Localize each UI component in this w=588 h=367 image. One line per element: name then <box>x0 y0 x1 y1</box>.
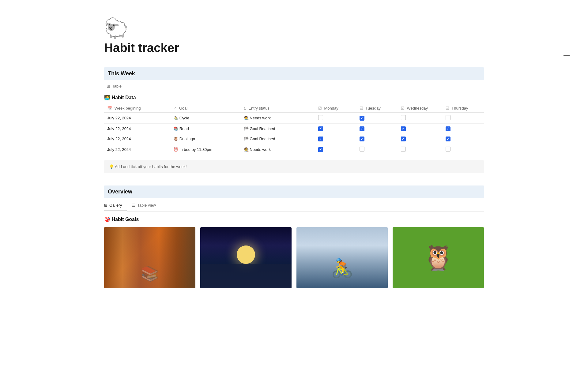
this-week-heading-bar: This Week <box>104 67 484 80</box>
overview-section: Overview ⊞ Gallery ☰ Table view 🎯 Habit … <box>104 185 484 288</box>
minimize-button[interactable]: — <box>564 55 570 56</box>
gallery-card-books[interactable] <box>104 227 195 288</box>
tip-text: 💡 Add and tick off your habits for the w… <box>109 164 187 169</box>
this-week-section: This Week ⊞ Table 🧑‍💻 Habit Data 📅 Week … <box>104 67 484 173</box>
gallery-label: Gallery <box>109 203 122 208</box>
cell-status-3: 🧑‍🎨 Needs work <box>241 144 315 155</box>
cell-thursday-0[interactable] <box>443 113 484 124</box>
col-header-thursday: ☑ Thursday <box>443 104 484 113</box>
cell-monday-2[interactable] <box>315 134 356 144</box>
gallery-card-cycling[interactable] <box>296 227 388 288</box>
col-header-wednesday: ☑ Wednesday <box>398 104 443 113</box>
tuesday-checkbox-2[interactable] <box>360 137 364 141</box>
thursday-checkbox-2[interactable] <box>446 137 450 141</box>
cell-status-2: 🏁 Goal Reached <box>241 134 315 144</box>
overview-heading: Overview <box>108 189 132 195</box>
cell-wednesday-3[interactable] <box>398 144 443 155</box>
cell-thursday-1[interactable] <box>443 124 484 134</box>
cell-thursday-2[interactable] <box>443 134 484 144</box>
cell-monday-3[interactable] <box>315 144 356 155</box>
monday-checkbox-3[interactable] <box>318 147 323 152</box>
thursday-checkbox-0[interactable] <box>446 115 450 120</box>
cell-tuesday-1[interactable] <box>356 124 398 134</box>
cell-tuesday-3[interactable] <box>356 144 398 155</box>
cell-date-0: July 22, 2024 <box>104 113 170 124</box>
wednesday-checkbox-1[interactable] <box>401 126 406 131</box>
habit-table: 📅 Week begining ↗ Goal Σ Entry status ☑ … <box>104 104 484 155</box>
cell-thursday-3[interactable] <box>443 144 484 155</box>
cell-monday-1[interactable] <box>315 124 356 134</box>
tab-gallery[interactable]: ⊞ Gallery <box>104 200 127 211</box>
cell-goal-2: 🦉 Duolingo <box>170 134 241 144</box>
gallery-icon: ⊞ <box>104 203 107 208</box>
monday-checkbox-1[interactable] <box>318 126 323 131</box>
cell-tuesday-0[interactable] <box>356 113 398 124</box>
col-header-status: Σ Entry status <box>241 104 315 113</box>
col-header-tuesday: ☑ Tuesday <box>356 104 398 113</box>
monday-checkbox-2[interactable] <box>318 137 323 141</box>
view-tabs: ⊞ Gallery ☰ Table view <box>104 200 484 212</box>
cell-date-3: July 22, 2024 <box>104 144 170 155</box>
table-view-toggle[interactable]: ⊞ Table <box>104 82 484 90</box>
habit-goals-heading: 🎯 Habit Goals <box>104 216 484 222</box>
cell-tuesday-2[interactable] <box>356 134 398 144</box>
thursday-checkbox-1[interactable] <box>446 126 450 131</box>
cell-date-1: July 22, 2024 <box>104 124 170 134</box>
wednesday-checkbox-3[interactable] <box>401 147 406 152</box>
gallery-card-duolingo[interactable] <box>393 227 484 288</box>
this-week-heading: This Week <box>108 70 135 77</box>
table-row: July 22, 2024🦉 Duolingo🏁 Goal Reached <box>104 134 484 144</box>
cell-status-1: 🏁 Goal Reached <box>241 124 315 134</box>
page-title: Habit tracker <box>104 40 484 55</box>
gallery-card-night[interactable] <box>200 227 292 288</box>
monday-checkbox-0[interactable] <box>318 115 323 120</box>
cell-goal-1: 📚 Read <box>170 124 241 134</box>
cell-status-0: 🧑‍🎨 Needs work <box>241 113 315 124</box>
cell-goal-0: 🚴 Cycle <box>170 113 241 124</box>
overview-heading-bar: Overview <box>104 185 484 198</box>
cell-wednesday-2[interactable] <box>398 134 443 144</box>
wednesday-checkbox-0[interactable] <box>401 115 406 120</box>
page-header: 🐑 Habit tracker <box>104 18 484 55</box>
tuesday-checkbox-0[interactable] <box>360 116 364 121</box>
col-header-week: 📅 Week begining <box>104 104 170 113</box>
gallery-grid <box>104 227 484 288</box>
thursday-checkbox-3[interactable] <box>446 147 450 152</box>
col-header-monday: ☑ Monday <box>315 104 356 113</box>
cell-wednesday-0[interactable] <box>398 113 443 124</box>
habit-data-heading: 🧑‍💻 Habit Data <box>104 93 484 102</box>
cell-date-2: July 22, 2024 <box>104 134 170 144</box>
tuesday-checkbox-1[interactable] <box>360 126 364 131</box>
tuesday-checkbox-3[interactable] <box>360 147 364 152</box>
table-view-icon: ☰ <box>132 203 135 208</box>
cell-wednesday-1[interactable] <box>398 124 443 134</box>
table-view-label: Table <box>112 84 122 88</box>
table-view-tab-label: Table view <box>137 203 156 208</box>
page-emoji: 🐑 <box>104 18 484 38</box>
cell-monday-0[interactable] <box>315 113 356 124</box>
wednesday-checkbox-2[interactable] <box>401 137 406 141</box>
tab-table-view[interactable]: ☰ Table view <box>132 200 161 211</box>
cell-goal-3: ⏰ In bed by 11:30pm <box>170 144 241 155</box>
table-row: July 22, 2024📚 Read🏁 Goal Reached <box>104 124 484 134</box>
col-header-goal: ↗ Goal <box>170 104 241 113</box>
tip-box: 💡 Add and tick off your habits for the w… <box>104 160 484 173</box>
table-row: July 22, 2024⏰ In bed by 11:30pm🧑‍🎨 Need… <box>104 144 484 155</box>
table-row: July 22, 2024🚴 Cycle🧑‍🎨 Needs work <box>104 113 484 124</box>
table-icon: ⊞ <box>107 84 110 88</box>
